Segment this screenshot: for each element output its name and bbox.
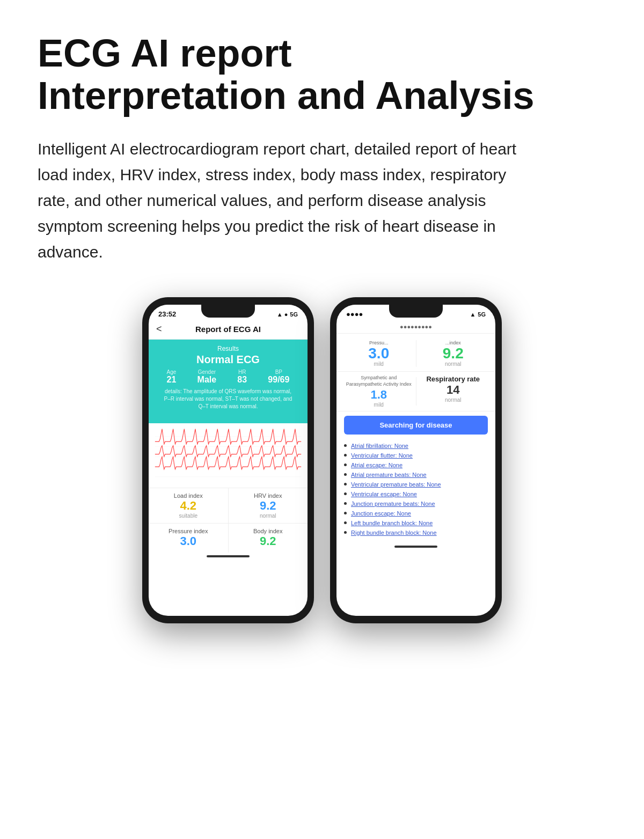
phone2-frame: ●●●● ▲ 5G ●●●●●●●●● Pressu... 3.0 mild [330, 297, 502, 623]
description-text: Intelligent AI electrocardiogram report … [38, 136, 521, 265]
results-section: Results Normal ECG Age 21 Gender Male HR [149, 340, 308, 423]
disease-link-jpbeats[interactable]: Junction premature beats: None [351, 501, 435, 507]
body-index-cell: Body index 9.2 [229, 524, 308, 553]
p2-respiratory-value: 14 [416, 383, 491, 397]
disease-link-aescape[interactable]: Atrial escape: None [351, 462, 402, 468]
vitals-row: Age 21 Gender Male HR 83 BP [156, 366, 300, 385]
title-line2: Interpretation and Analysis [38, 74, 535, 117]
ecg-header-title: Report of ECG AI [195, 325, 261, 334]
load-index-sub: suitable [151, 513, 226, 519]
vital-hr: HR 83 [237, 369, 247, 385]
p2-pressure-metric: Pressu... 3.0 mild [342, 338, 416, 369]
vital-bp-value: 99/69 [268, 375, 289, 385]
p2-title: ●●●●●●●●● [400, 323, 432, 330]
details-box: details: The amplitude of QRS waveform w… [156, 385, 300, 416]
phone1-status-icons: ▲ ● 5G [277, 311, 298, 318]
ecg-chart [149, 423, 308, 488]
disease-link-afib[interactable]: Atrial fibrillation: None [351, 443, 408, 449]
disease-item-jpbeats: Junction premature beats: None [344, 499, 488, 509]
p2-respiratory-title: Respiratory rate [416, 375, 491, 383]
phone1-signal: 5G [290, 311, 298, 318]
disease-link-jescape[interactable]: Junction escape: None [351, 510, 411, 517]
p2-sympathetic-sub: mild [342, 402, 416, 408]
phone1-screen: 23:52 ▲ ● 5G < Report of ECG AI Results … [149, 305, 308, 616]
p2-sympathetic-title: Sympathetic andParasympathetic Activity … [342, 375, 416, 387]
phones-container: 23:52 ▲ ● 5G < Report of ECG AI Results … [38, 297, 606, 623]
p2-index-metric: ...index 9.2 normal [416, 338, 491, 369]
body-index-value: 9.2 [231, 534, 306, 548]
title-line1: ECG AI report [38, 32, 291, 75]
vital-bp: BP 99/69 [268, 369, 289, 385]
disease-link-vescape[interactable]: Ventricular escape: None [351, 491, 417, 497]
body-index-name: Body index [231, 528, 306, 534]
load-index-name: Load index [151, 492, 226, 499]
disease-link-vpbeats[interactable]: Ventricular premature beats: None [351, 481, 441, 488]
disease-list: Atrial fibrillation: None Ventricular fl… [336, 439, 495, 543]
disease-bullet-apbeats [344, 473, 347, 476]
phone2-time: ●●●● [346, 310, 363, 318]
load-index-value: 4.2 [151, 499, 226, 513]
disease-bullet-rbbb [344, 531, 347, 534]
phone1-frame: 23:52 ▲ ● 5G < Report of ECG AI Results … [142, 297, 314, 623]
disease-bullet-vpbeats [344, 483, 347, 485]
load-index-cell: Load index 4.2 suitable [149, 488, 229, 523]
results-label: Results [156, 345, 300, 352]
p2-top-metrics-row: Pressu... 3.0 mild ...index 9.2 normal [336, 334, 495, 372]
phone2-home-bar [336, 543, 495, 554]
disease-item-aescape: Atrial escape: None [344, 460, 488, 470]
vital-age-value: 21 [167, 375, 177, 385]
disease-link-apbeats[interactable]: Atrial premature beats: None [351, 472, 427, 478]
p2-sympathetic-cell: Sympathetic andParasympathetic Activity … [342, 375, 416, 407]
disease-item-vescape: Ventricular escape: None [344, 489, 488, 499]
page-title: ECG AI report Interpretation and Analysi… [38, 32, 606, 117]
p2-index-value: 9.2 [419, 346, 488, 361]
pressure-index-value: 3.0 [151, 534, 226, 548]
phone1-index-row2: Pressure index 3.0 Body index 9.2 [149, 523, 308, 553]
vital-hr-value: 83 [237, 375, 247, 385]
vital-hr-label: HR [237, 369, 247, 375]
phone2-status-icons: ▲ 5G [470, 311, 486, 318]
p2-sympathetic-value: 1.8 [342, 388, 416, 402]
p2-header-bar: ●●●●●●●●● [336, 320, 495, 334]
searching-for-disease-button[interactable]: Searching for disease [344, 416, 488, 435]
back-button[interactable]: < [156, 323, 162, 335]
hrv-index-cell: HRV index 9.2 normal [229, 488, 308, 523]
home-bar-indicator [207, 555, 250, 557]
p2-mid-metrics-row: Sympathetic andParasympathetic Activity … [336, 372, 495, 411]
hrv-index-sub: normal [231, 513, 306, 519]
phone1-index-row1: Load index 4.2 suitable HRV index 9.2 no… [149, 488, 308, 523]
vital-gender-label: Gender [197, 369, 217, 375]
disease-item-vpbeats: Ventricular premature beats: None [344, 480, 488, 489]
disease-link-lbbb[interactable]: Left bundle branch block: None [351, 520, 433, 526]
disease-bullet-afib [344, 444, 347, 447]
p2-index-sub: normal [419, 361, 488, 367]
disease-bullet-jescape [344, 512, 347, 514]
phone2-home-bar-indicator [394, 546, 437, 548]
disease-item-vflutter: Ventricular flutter: None [344, 451, 488, 460]
phone2-status-bar: ●●●● ▲ 5G [336, 305, 495, 320]
disease-bullet-vflutter [344, 454, 347, 457]
phone1-status-bar: 23:52 ▲ ● 5G [149, 305, 308, 320]
disease-item-apbeats: Atrial premature beats: None [344, 470, 488, 480]
disease-item-rbbb: Right bundle branch block: None [344, 528, 488, 538]
vital-gender: Gender Male [197, 369, 217, 385]
disease-item-lbbb: Left bundle branch block: None [344, 518, 488, 528]
p2-pressure-value: 3.0 [344, 346, 414, 361]
vital-age-label: Age [167, 369, 177, 375]
p2-respiratory-cell: Respiratory rate 14 normal [416, 375, 491, 407]
phone1-time: 23:52 [158, 310, 176, 318]
disease-link-rbbb[interactable]: Right bundle branch block: None [351, 529, 437, 536]
disease-link-vflutter[interactable]: Ventricular flutter: None [351, 452, 413, 459]
p2-respiratory-sub: normal [416, 397, 491, 403]
ecg-result: Normal ECG [156, 354, 300, 366]
vital-bp-label: BP [268, 369, 289, 375]
vital-age: Age 21 [167, 369, 177, 385]
hrv-index-name: HRV index [231, 492, 306, 499]
p2-pressure-sub: mild [344, 361, 414, 367]
disease-bullet-lbbb [344, 521, 347, 524]
disease-item-afib: Atrial fibrillation: None [344, 441, 488, 451]
pressure-index-cell: Pressure index 3.0 [149, 524, 229, 553]
ecg-header: < Report of ECG AI [149, 320, 308, 340]
page-wrapper: ECG AI report Interpretation and Analysi… [0, 0, 644, 839]
hrv-index-value: 9.2 [231, 499, 306, 513]
